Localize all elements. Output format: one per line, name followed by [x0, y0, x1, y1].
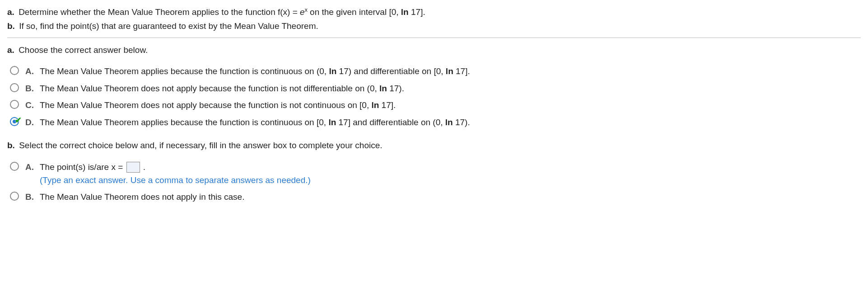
choice-b-b-row[interactable]: B. The Mean Value Theorem does not apply… — [10, 190, 861, 203]
intro-line-b: b. If so, find the point(s) that are gua… — [7, 19, 861, 33]
choice-d-row[interactable]: ✔ D. The Mean Value Theorem applies beca… — [10, 116, 861, 129]
part-b-prompt: b. Select the correct choice below and, … — [7, 139, 861, 152]
radio-button[interactable] — [10, 100, 19, 109]
intro-line-a: a. Determine whether the Mean Value Theo… — [7, 5, 861, 19]
part-b-label: b. — [7, 21, 15, 31]
part-a-choices: A. The Mean Value Theorem applies becaus… — [10, 65, 861, 129]
part-b-choices: A. The point(s) is/are x = . (Type an ex… — [10, 160, 861, 204]
choice-b-b-text: The Mean Value Theorem does not apply in… — [40, 190, 861, 203]
section-divider — [7, 38, 861, 38]
part-a-label: a. — [7, 7, 14, 17]
choice-b-text: The Mean Value Theorem does not apply be… — [40, 82, 861, 95]
question-intro: a. Determine whether the Mean Value Theo… — [7, 5, 861, 33]
checkmark-icon: ✔ — [15, 114, 22, 127]
radio-button[interactable]: ✔ — [10, 117, 19, 126]
answer-hint: (Type an exact answer. Use a comma to se… — [40, 175, 311, 185]
choice-a-text: The Mean Value Theorem applies because t… — [40, 65, 861, 78]
radio-button[interactable] — [10, 192, 19, 201]
choice-b-row[interactable]: B. The Mean Value Theorem does not apply… — [10, 82, 861, 95]
choice-c-row[interactable]: C. The Mean Value Theorem does not apply… — [10, 99, 861, 112]
part-a-prompt: a. Choose the correct answer below. — [7, 43, 861, 56]
answer-input-box[interactable] — [126, 162, 140, 173]
radio-button[interactable] — [10, 162, 19, 171]
radio-button[interactable] — [10, 83, 19, 92]
choice-b-a-text: The point(s) is/are x = . (Type an exact… — [40, 160, 861, 187]
radio-button[interactable] — [10, 66, 19, 75]
choice-b-a-row[interactable]: A. The point(s) is/are x = . (Type an ex… — [10, 160, 861, 187]
choice-d-text: The Mean Value Theorem applies because t… — [40, 116, 861, 129]
choice-c-text: The Mean Value Theorem does not apply be… — [40, 99, 861, 112]
choice-a-row[interactable]: A. The Mean Value Theorem applies becaus… — [10, 65, 861, 78]
